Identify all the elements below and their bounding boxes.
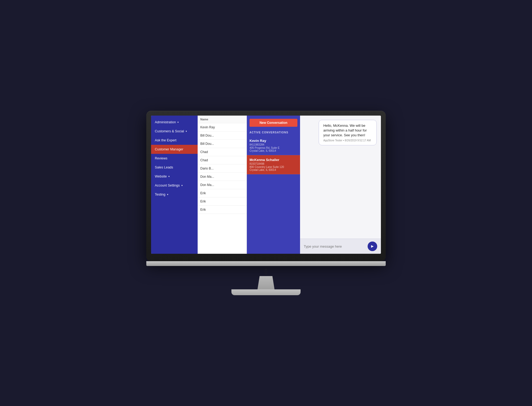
sidebar-item-sales-leads[interactable]: Sales Leads (151, 163, 198, 172)
chat-bubble: Hello, McKenna. We will be arriving with… (319, 120, 377, 145)
sidebar-item-website[interactable]: Website▾ (151, 172, 198, 181)
conversation-item-address: 800 Coventry Lane Suite 120 (250, 166, 297, 168)
chat-input-area: ► (300, 239, 381, 254)
conversation-item-address: 405 Progress Rd, Suite E (250, 146, 297, 149)
conversation-item-phone: 8411983284 (250, 143, 297, 146)
sidebar-item-administration[interactable]: Administration▾ (151, 118, 198, 127)
chevron-down-icon: ▾ (181, 184, 183, 187)
customer-list-item[interactable]: Erik (198, 197, 247, 206)
new-conversation-btn-wrapper: New Conversation (247, 116, 300, 130)
monitor-base (231, 289, 301, 295)
customer-list-item[interactable]: Kevin Ray (198, 123, 247, 132)
sidebar-item-ask-expert[interactable]: Ask the Expert (151, 136, 198, 145)
chevron-down-icon: ▾ (177, 121, 179, 124)
chat-bubble-wrapper: Hello, McKenna. We will be arriving with… (304, 120, 377, 145)
conversations-panel: New Conversation ACTIVE CONVERSATIONS Ke… (247, 116, 300, 254)
chevron-down-icon: ▾ (167, 193, 168, 196)
customer-list-item[interactable]: Don Ma... (198, 173, 247, 181)
customer-list-item[interactable]: Bill Dou... (198, 140, 247, 148)
new-conversation-button[interactable]: New Conversation (250, 119, 297, 127)
customer-list-item[interactable]: Dario B... (198, 164, 247, 173)
monitor-neck (255, 276, 277, 289)
customer-list-item[interactable]: Don Ma... (198, 181, 247, 189)
conversation-item-city: Crystal Lake, IL 60014 (250, 149, 297, 152)
chat-input[interactable] (304, 244, 365, 248)
sidebar: Administration▾Customers & Social▾Ask th… (151, 116, 198, 254)
customer-list-item[interactable]: Chad (198, 156, 247, 164)
chat-bubble-text: Hello, McKenna. We will be arriving with… (323, 123, 372, 138)
chat-bubble-meta: AppStore Tester • 8/26/2019 9:52:17 AM (323, 139, 372, 142)
chat-panel: Hello, McKenna. We will be arriving with… (300, 116, 381, 254)
conversation-item-city: Crystal Lake, IL 60014 (250, 168, 297, 171)
customer-list-item[interactable]: Bill Dou... (198, 132, 247, 140)
conversation-item[interactable]: Kevin Ray8411983284405 Progress Rd, Suit… (247, 136, 300, 155)
customer-list-item[interactable]: Erik (198, 206, 247, 214)
conversations-list: Kevin Ray8411983284405 Progress Rd, Suit… (247, 136, 300, 174)
send-icon: ► (370, 244, 375, 249)
conversation-item[interactable]: McKenna Schaller8150718498800 Coventry L… (247, 155, 300, 174)
customer-list-item[interactable]: Chad (198, 148, 247, 156)
conversation-item-name: Kevin Ray (250, 139, 297, 143)
monitor-chin (146, 261, 386, 266)
sidebar-item-account-settings[interactable]: Account Settings▾ (151, 181, 198, 190)
customer-list-header: Name (198, 116, 247, 123)
customer-list-panel: Name Kevin RayBill Dou...Bill Dou...Chad… (198, 116, 247, 254)
chat-send-button[interactable]: ► (368, 242, 377, 251)
chevron-down-icon: ▾ (186, 130, 187, 133)
sidebar-item-customers-social[interactable]: Customers & Social▾ (151, 127, 198, 136)
customer-list-item[interactable]: Erik (198, 189, 247, 197)
apple-logo:  (265, 268, 267, 276)
sidebar-item-testing[interactable]: Testing▾ (151, 190, 198, 199)
sidebar-item-reviews[interactable]: Reviews (151, 154, 198, 163)
sidebar-item-customer-manager[interactable]: Customer Manager (151, 145, 198, 154)
chevron-down-icon: ▾ (168, 175, 170, 178)
conversation-item-name: McKenna Schaller (250, 158, 297, 162)
chat-messages: Hello, McKenna. We will be arriving with… (300, 116, 381, 239)
active-conversations-label: ACTIVE CONVERSATIONS (247, 130, 300, 136)
conversation-item-phone: 8150718498 (250, 162, 297, 165)
